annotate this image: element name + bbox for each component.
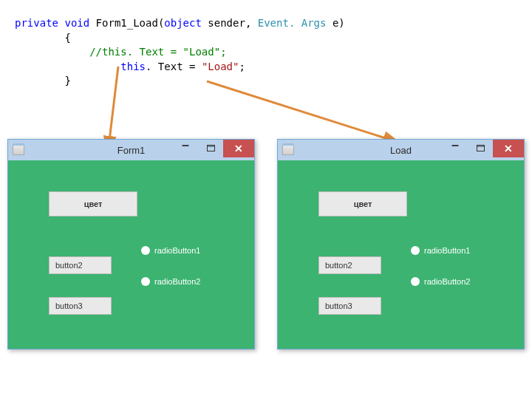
radio-icon [141, 246, 150, 255]
radiobutton2[interactable]: radioButton2 [141, 277, 200, 286]
close-button[interactable]: ✕ [223, 140, 254, 157]
radio-icon [411, 277, 420, 286]
radio-icon [411, 246, 420, 255]
titlebar[interactable]: Load – ✕ [278, 140, 524, 160]
button-cvet[interactable]: цвет [318, 191, 407, 216]
window-title: Form1 [117, 145, 146, 156]
close-button[interactable]: ✕ [493, 140, 524, 157]
form-client-area: цвет button2 button3 radioButton1 radioB… [278, 160, 524, 349]
button3[interactable]: button3 [318, 297, 381, 315]
app-icon [13, 145, 24, 155]
keyword-private: private [15, 17, 58, 29]
button2[interactable]: button2 [318, 256, 381, 274]
arrow-left [103, 66, 133, 151]
keyword-object: object [164, 17, 202, 29]
keyword-void: void [64, 17, 89, 29]
maximize-button[interactable] [468, 140, 493, 156]
maximize-button[interactable] [198, 140, 223, 156]
string-load: "Load" [202, 61, 239, 72]
comment-line: //this. Text = "Load"; [15, 46, 227, 58]
code-snippet: private void Form1_Load(object sender, E… [15, 16, 345, 89]
radio-icon [141, 277, 150, 286]
app-icon [282, 145, 294, 155]
button3[interactable]: button3 [49, 297, 112, 315]
form-client-area: цвет button2 button3 radioButton1 radioB… [8, 160, 254, 349]
minimize-button[interactable]: – [443, 137, 468, 153]
window-form1: Form1 – ✕ цвет button2 button3 radioButt… [7, 139, 255, 349]
button2[interactable]: button2 [49, 256, 112, 274]
button-cvet[interactable]: цвет [49, 191, 137, 216]
window-title: Load [390, 145, 412, 156]
radiobutton2[interactable]: radioButton2 [411, 277, 470, 286]
svg-line-1 [207, 81, 388, 139]
radiobutton1[interactable]: radioButton1 [141, 246, 200, 255]
window-load: Load – ✕ цвет button2 button3 radioButto… [277, 139, 525, 349]
radiobutton1[interactable]: radioButton1 [411, 246, 470, 255]
svg-line-0 [109, 66, 118, 140]
minimize-button[interactable]: – [173, 137, 198, 153]
titlebar[interactable]: Form1 – ✕ [8, 140, 254, 160]
type-eventargs: Event. Args [258, 17, 327, 29]
